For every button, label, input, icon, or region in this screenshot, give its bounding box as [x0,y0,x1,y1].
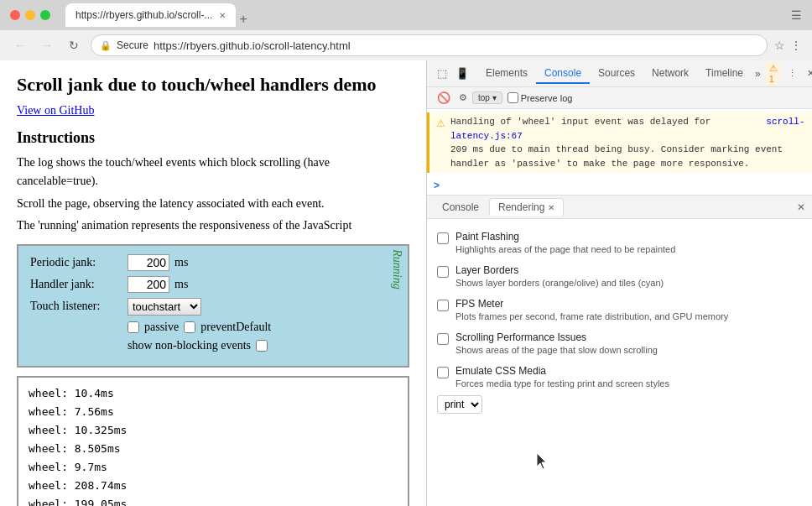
log-entry: wheel: 9.7ms [29,458,398,477]
tab-rendering[interactable]: Rendering ✕ [489,198,564,216]
page-text-1: The log shows the touch/wheel events whi… [17,154,409,191]
rendering-tab-close[interactable]: ✕ [548,203,554,212]
rendering-item-title: Paint Flashing [455,231,675,243]
preserve-log-checkbox[interactable] [508,92,518,103]
minimize-button[interactable] [25,10,35,20]
console-preserve-log[interactable]: Preserve log [508,92,573,103]
new-tab-button[interactable]: + [239,12,247,27]
rendering-item-checkbox[interactable] [437,266,449,278]
devtools-settings-button[interactable]: ⋮ [784,66,800,81]
demo-box: Periodic jank: ms Handler jank: ms Touch… [17,244,409,368]
rendering-item-checkbox[interactable] [437,367,449,378]
log-entry: wheel: 10.325ms [29,421,398,440]
devtools-inspect-button[interactable]: ⬚ [434,65,450,81]
console-messages: ⚠ Handling of 'wheel' input event was de… [427,109,812,176]
more-button[interactable]: ⋮ [790,39,802,52]
console-filter-button[interactable]: ⚙ [459,92,467,103]
touch-listener-select[interactable]: touchstart touchmove [128,298,201,316]
rendering-panel: Console Rendering ✕ ✕ Paint FlashingHigh… [427,196,812,506]
show-nonblocking-label: show non-blocking events [128,339,251,352]
tab-console[interactable]: Console [536,64,590,84]
main-area: Scroll jank due to touch/wheel handlers … [0,60,812,506]
maximize-button[interactable] [40,10,50,20]
passive-label: passive [144,321,179,334]
devtools-more-tabs[interactable]: » [752,65,764,83]
tab-network[interactable]: Network [643,64,697,84]
secure-label: Secure [117,39,148,51]
rendering-item-checkbox[interactable] [437,300,449,311]
warning-icon: ⚠ [436,116,445,131]
tab-timeline[interactable]: Timeline [697,64,752,84]
periodic-jank-label: Periodic jank: [30,256,122,269]
reload-button[interactable]: ↻ [64,35,84,55]
window-controls: ☰ [791,8,802,22]
prevent-default-label: preventDefault [200,321,271,334]
devtools-toolbar: ⬚ 📱 Elements Console Sources Network Tim… [427,60,812,87]
periodic-jank-row: Periodic jank: ms [30,254,396,271]
url-text: https://rbyers.github.io/scroll-latency.… [154,39,351,52]
close-button[interactable] [10,10,20,20]
touch-listener-label: Touch listener: [30,300,122,313]
rendering-item: Paint FlashingHighlights areas of the pa… [427,226,812,259]
console-caret: > [434,180,440,191]
log-entry: wheel: 10.4ms [29,384,398,403]
console-toolbar: 🚫 ⚙ top ▾ Preserve log [427,87,812,109]
devtools-close-button[interactable]: ✕ [804,66,812,81]
console-top-button[interactable]: top ▾ [472,91,502,104]
console-message-text: Handling of 'wheel' input event was dela… [450,115,805,170]
passive-checkbox[interactable] [128,321,139,333]
rendering-item-checkbox[interactable] [437,333,449,345]
rendering-tabs-bar: Console Rendering ✕ ✕ [427,196,812,219]
github-link[interactable]: View on GitHub [17,104,409,117]
devtools-panel: ⬚ 📱 Elements Console Sources Network Tim… [426,60,812,506]
emulate-media-select[interactable]: print [437,395,482,414]
rendering-item-title: Scrolling Performance Issues [455,331,658,343]
rendering-item-desc: Shows layer borders (orange/olive) and t… [455,278,664,288]
page-text-2: Scroll the page, observing the latency a… [17,195,409,213]
rendering-item: Emulate CSS MediaForces media type for t… [427,360,812,394]
browser-chrome: https://rbyers.github.io/scroll-... ✕ + … [0,0,812,60]
back-button[interactable]: ← [10,35,30,55]
handler-jank-input[interactable] [128,276,169,293]
page-title: Scroll jank due to touch/wheel handlers … [17,74,409,96]
title-bar: https://rbyers.github.io/scroll-... ✕ + … [0,0,812,30]
address-bar[interactable]: 🔒 Secure https://rbyers.github.io/scroll… [91,34,768,56]
tab-console-bottom[interactable]: Console [434,199,487,216]
show-nonblocking-checkbox[interactable] [256,340,268,352]
rendering-item: FPS MeterPlots frames per second, frame … [427,293,812,326]
touch-listener-row: Touch listener: touchstart touchmove [30,298,396,316]
secure-icon: 🔒 [100,40,112,51]
devtools-device-button[interactable]: 📱 [452,65,472,81]
rendering-item-desc: Shows areas of the page that slow down s… [455,345,658,355]
console-clear-button[interactable]: 🚫 [434,90,454,106]
devtools-warning-badge: ⚠ 1 [766,62,781,85]
preserve-log-label: Preserve log [521,93,573,103]
rendering-panel-close[interactable]: ✕ [797,201,805,213]
omnibar: ← → ↻ 🔒 Secure https://rbyers.github.io/… [0,30,812,60]
forward-button[interactable]: → [37,35,57,55]
tab-sources[interactable]: Sources [590,64,643,84]
periodic-jank-input[interactable] [128,254,169,271]
devtools-nav-tabs: Elements Console Sources Network Timelin… [477,64,764,84]
tab-elements[interactable]: Elements [477,64,536,84]
rendering-item-title: FPS Meter [455,298,728,310]
log-entry: wheel: 7.56ms [29,403,398,421]
console-area: 🚫 ⚙ top ▾ Preserve log ⚠ Handling of 'wh… [427,87,812,196]
rendering-item-desc: Highlights areas of the page that need t… [455,244,675,254]
periodic-jank-unit: ms [174,256,188,269]
console-prompt[interactable]: > [427,176,812,195]
log-entries: wheel: 10.4mswheel: 7.56mswheel: 10.325m… [29,384,398,506]
tab-close-icon[interactable]: ✕ [219,11,226,20]
active-tab[interactable]: https://rbyers.github.io/scroll-... ✕ [65,3,236,27]
rendering-item-title: Layer Borders [455,264,664,276]
rendering-item-title: Emulate CSS Media [455,365,669,377]
rendering-item: Scrolling Performance IssuesShows areas … [427,326,812,360]
omni-right: ☆ ⋮ [774,39,802,52]
bookmark-button[interactable]: ☆ [774,39,785,52]
prevent-default-checkbox[interactable] [184,321,195,333]
rendering-content: Paint FlashingHighlights areas of the pa… [427,219,812,506]
rendering-item-checkbox[interactable] [437,232,449,244]
menu-icon[interactable]: ☰ [791,8,802,22]
console-warning-message: ⚠ Handling of 'wheel' input event was de… [427,112,812,173]
page-content: Scroll jank due to touch/wheel handlers … [0,60,426,506]
